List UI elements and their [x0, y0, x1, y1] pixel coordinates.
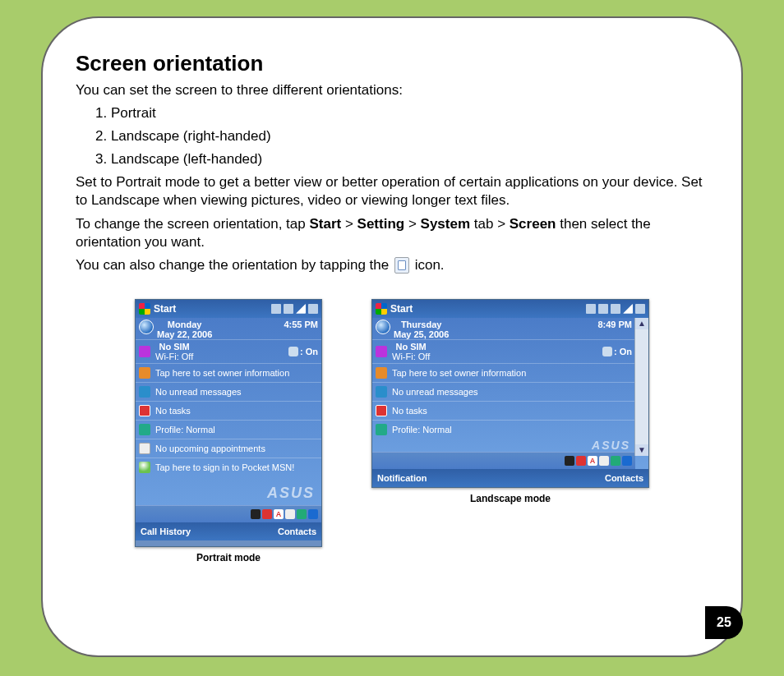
instr-screen: Screen	[510, 216, 556, 232]
list-item-3: 3. Landscape (left-handed)	[95, 150, 708, 168]
scroll-up-icon[interactable]: ▲	[635, 318, 648, 329]
asus-logo: ASUS	[372, 439, 635, 452]
softkey-left[interactable]: Notification	[377, 473, 427, 483]
tray-battery-icon[interactable]	[611, 456, 620, 466]
today-area: Thursday May 25, 2006 8:49 PM No SIM Wi-…	[372, 318, 648, 469]
date-row[interactable]: Thursday May 25, 2006 8:49 PM	[372, 318, 635, 339]
profile-icon	[139, 424, 150, 435]
landscape-figure: Start Thursday May 25, 2006	[371, 299, 649, 504]
bluetooth-icon	[602, 347, 612, 356]
tray-icon[interactable]	[565, 456, 574, 466]
rotate-screen-icon	[394, 257, 409, 274]
profile-row[interactable]: Profile: Normal	[372, 420, 635, 439]
profile-icon	[376, 424, 387, 435]
tray-icon[interactable]	[251, 509, 261, 519]
tap-icon-paragraph: You can also change the orientation by t…	[76, 256, 708, 274]
date-row[interactable]: Monday May 22, 2006 4:55 PM	[136, 318, 321, 339]
status-icons[interactable]	[586, 304, 645, 314]
softkey-right[interactable]: Contacts	[278, 527, 316, 536]
title-bar[interactable]: Start	[372, 300, 648, 318]
owner-icon	[376, 367, 387, 379]
owner-row[interactable]: Tap here to set owner information	[372, 363, 635, 382]
clock-globe-icon	[139, 320, 154, 334]
tray-icon[interactable]: A	[588, 456, 597, 466]
list-item-2: 2. Landscape (right-handed)	[95, 127, 708, 145]
owner-row[interactable]: Tap here to set owner information	[136, 363, 321, 382]
msn-row[interactable]: Tap here to sign in to Pocket MSN!	[136, 458, 321, 476]
system-tray[interactable]: A	[372, 452, 635, 469]
portrait-device: Start Monday May 22, 2006	[135, 299, 322, 547]
asus-logo: ASUS	[136, 476, 321, 505]
tasks-row[interactable]: No tasks	[136, 401, 321, 420]
status-icon[interactable]	[598, 304, 608, 314]
tray-bluetooth-icon[interactable]	[308, 509, 318, 519]
bluetooth-badge[interactable]: : On	[288, 347, 318, 356]
start-button[interactable]: Start	[390, 303, 413, 315]
status-icon[interactable]	[308, 304, 318, 314]
status-icon[interactable]	[635, 304, 645, 314]
page-title: Screen orientation	[76, 51, 708, 76]
tray-icon[interactable]	[576, 456, 586, 466]
date-text: Monday May 22, 2006	[157, 320, 212, 339]
task-icon	[376, 405, 387, 416]
appointments-row[interactable]: No upcoming appointments	[136, 439, 321, 458]
tray-icon[interactable]	[285, 509, 295, 519]
windows-flag-icon[interactable]	[376, 303, 387, 315]
intro-text: You can set the screen to three differen…	[76, 81, 708, 99]
bluetooth-badge[interactable]: : On	[602, 347, 632, 356]
instr-pre: To change the screen orientation, tap	[76, 216, 309, 232]
time-text: 4:55 PM	[284, 320, 318, 329]
tray-icon[interactable]	[262, 509, 272, 519]
tray-bluetooth-icon[interactable]	[622, 456, 632, 466]
signal-icon[interactable]	[623, 304, 633, 314]
mail-row[interactable]: No unread messages	[372, 382, 635, 401]
owner-icon	[139, 367, 150, 379]
softkey-right[interactable]: Contacts	[605, 473, 643, 483]
page-number: 25	[705, 606, 743, 639]
system-tray[interactable]: A	[136, 505, 321, 522]
radio-icon	[139, 346, 150, 357]
sim-row[interactable]: No SIM Wi-Fi: Off : On	[372, 339, 635, 363]
status-icon[interactable]	[284, 304, 293, 314]
msn-icon	[139, 462, 150, 473]
profile-row[interactable]: Profile: Normal	[136, 420, 321, 439]
softkey-left[interactable]: Call History	[141, 527, 191, 536]
clock-globe-icon	[376, 320, 390, 334]
status-icons[interactable]	[271, 304, 318, 314]
softkey-bar: Notification Contacts	[372, 469, 648, 487]
scrollbar[interactable]: ▲ ▼	[634, 318, 648, 456]
task-icon	[139, 405, 150, 416]
signal-icon[interactable]	[296, 304, 306, 314]
scroll-down-icon[interactable]: ▼	[635, 444, 648, 456]
tray-battery-icon[interactable]	[297, 509, 307, 519]
instr-system: System	[421, 216, 470, 232]
instr-start: Start	[309, 216, 341, 232]
landscape-caption: Landscape mode	[371, 493, 649, 504]
manual-page: Screen orientation You can set the scree…	[41, 16, 743, 657]
instr-setting: Setting	[357, 216, 405, 232]
start-button[interactable]: Start	[154, 303, 176, 315]
status-icon[interactable]	[611, 304, 620, 314]
today-area: Monday May 22, 2006 4:55 PM No SIM Wi-Fi…	[136, 318, 321, 522]
usage-paragraph: Set to Portrait mode to get a better vie…	[76, 173, 708, 209]
tray-icon[interactable]: A	[274, 509, 284, 519]
portrait-figure: Start Monday May 22, 2006	[135, 299, 322, 563]
list-item-1: 1. Portrait	[95, 104, 708, 122]
tasks-row[interactable]: No tasks	[372, 401, 635, 420]
figures-row: Start Monday May 22, 2006	[76, 299, 708, 563]
title-bar[interactable]: Start	[136, 300, 321, 318]
mail-icon	[376, 386, 387, 398]
landscape-device: Start Thursday May 25, 2006	[371, 299, 649, 488]
windows-flag-icon[interactable]	[139, 303, 150, 315]
time-text: 8:49 PM	[597, 320, 632, 329]
instruction-paragraph: To change the screen orientation, tap St…	[76, 215, 708, 251]
tray-icon[interactable]	[599, 456, 609, 466]
status-icon[interactable]	[586, 304, 596, 314]
mail-icon	[139, 386, 150, 398]
status-icon[interactable]	[271, 304, 281, 314]
calendar-icon	[139, 443, 150, 454]
softkey-bar: Call History Contacts	[136, 522, 321, 540]
mail-row[interactable]: No unread messages	[136, 382, 321, 401]
date-text: Thursday May 25, 2006	[394, 320, 449, 339]
sim-row[interactable]: No SIM Wi-Fi: Off : On	[136, 339, 321, 363]
